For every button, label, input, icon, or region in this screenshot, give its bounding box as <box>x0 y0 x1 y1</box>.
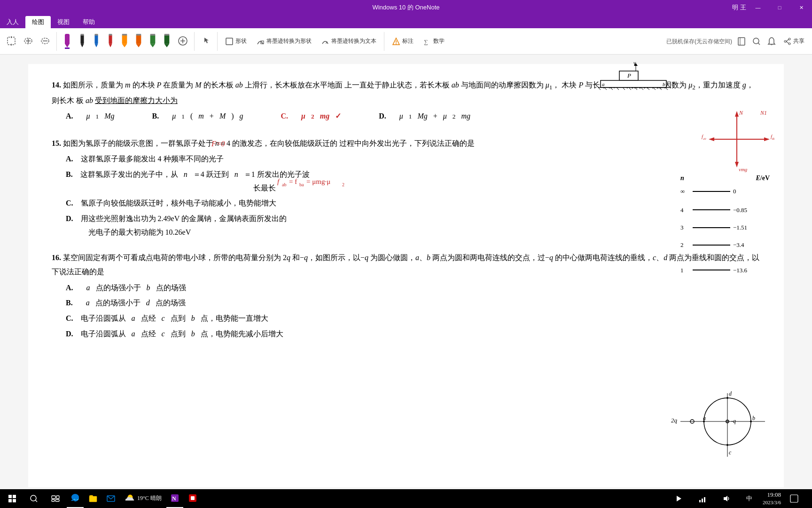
svg-rect-106 <box>8 499 12 502</box>
tab-insert[interactable]: 入人 <box>0 16 25 28</box>
level-1-line <box>693 270 730 270</box>
lasso-add-button[interactable] <box>21 30 36 53</box>
svg-text:c: c <box>729 449 732 456</box>
close-button[interactable]: ✕ <box>790 0 812 15</box>
svg-text:P: P <box>627 72 631 79</box>
convert-ink-shape-button[interactable]: 将墨迹转换为形状 <box>252 35 315 48</box>
svg-rect-122 <box>699 500 701 502</box>
svg-rect-20 <box>136 34 141 44</box>
svg-text:b: b <box>663 81 665 87</box>
pen-black[interactable] <box>76 33 89 50</box>
svg-text:-q: -q <box>731 418 736 424</box>
speaker-icon[interactable] <box>716 489 736 508</box>
level-1-e: −13.6 <box>733 265 747 276</box>
separator-3 <box>217 32 218 51</box>
svg-marker-121 <box>677 496 681 501</box>
pen-purple[interactable] <box>61 33 74 50</box>
svg-text:d: d <box>729 390 732 397</box>
svg-text:A: A <box>326 40 328 45</box>
user-name: 明 王 <box>732 3 746 12</box>
svg-marker-77 <box>735 111 739 117</box>
math-button[interactable]: ∑ 数学 <box>419 35 448 48</box>
svg-rect-13 <box>94 34 98 36</box>
question-16: 16. 某空间固定有两个可看成点电荷的带电小球，所带的电荷量分别为 2q 和−q… <box>52 251 760 341</box>
maximize-button[interactable]: □ <box>769 0 790 15</box>
svg-text:a: a <box>602 81 605 87</box>
separator-1 <box>56 32 57 51</box>
level-inf-e: 0 <box>733 186 736 197</box>
taskbar-edge[interactable] <box>67 489 84 508</box>
start-button[interactable] <box>2 489 23 508</box>
svg-line-109 <box>36 500 38 502</box>
select-tool-button[interactable] <box>4 30 19 53</box>
notebook-icon[interactable] <box>735 35 748 48</box>
tab-view[interactable]: 视图 <box>51 16 76 28</box>
taskbar-weather[interactable]: 19°C 晴朗 <box>120 489 165 508</box>
level-3-line <box>693 227 730 228</box>
svg-point-37 <box>396 43 397 44</box>
convert-ink-text-button[interactable]: A 将墨迹转换为文本 <box>317 35 380 48</box>
clock[interactable]: 19:08 2023/3/6 <box>763 491 781 507</box>
shape-button[interactable]: 形状 <box>221 35 250 48</box>
highlighter-orange[interactable] <box>118 33 131 50</box>
marker-dark-green[interactable] <box>160 33 173 50</box>
svg-rect-17 <box>122 34 127 44</box>
tab-draw[interactable]: 绘图 <box>25 16 51 28</box>
q15-option-c: C. 氢原子向较低能级跃迁时，核外电子动能减小，电势能增大 <box>66 197 760 210</box>
svg-marker-12 <box>94 44 98 47</box>
level-3-e: −1.51 <box>733 222 747 233</box>
svg-rect-114 <box>89 496 97 502</box>
share-button[interactable]: 共享 <box>780 35 808 47</box>
svg-marker-83 <box>764 137 770 141</box>
svg-point-41 <box>753 38 759 44</box>
network-icon[interactable] <box>692 489 713 508</box>
taskview-button[interactable] <box>45 489 66 508</box>
pen-blue[interactable] <box>90 33 103 50</box>
svg-marker-125 <box>724 496 727 501</box>
lasso-remove-button[interactable] <box>38 30 53 53</box>
ribbon-toolbar: 形状 将墨迹转换为形状 A 将墨迹转换为文本 标注 ∑ 数学 已脱机保存(无云存… <box>0 28 812 55</box>
taskbar-mail[interactable] <box>102 489 119 508</box>
saved-status: 已脱机保存(无云存储空间) <box>666 37 732 45</box>
q15-option-b: B. 这群氢原子发出的光子中，从 n＝4 跃迁到 n＝1 所发出的光子波 长最长 <box>66 168 760 195</box>
svg-rect-39 <box>738 38 745 45</box>
q14-option-a: A. μ1Mg <box>66 110 115 123</box>
ime-indicator[interactable]: 中 <box>739 489 760 508</box>
q16-option-b: B. a 点的场强小于 d 点的场强 <box>66 296 760 310</box>
taskbar-onenote[interactable]: N <box>166 489 183 508</box>
markup-button[interactable]: 标注 <box>388 35 417 48</box>
taskbar-record[interactable] <box>184 489 201 508</box>
marker-green[interactable] <box>146 33 159 50</box>
taskbar-search-button[interactable] <box>23 489 44 508</box>
touch-select-button[interactable] <box>198 30 213 53</box>
tray-chevron[interactable] <box>669 489 689 508</box>
svg-marker-86 <box>735 162 739 167</box>
svg-rect-123 <box>702 499 703 502</box>
level-inf-n: ∞ <box>680 186 690 197</box>
tab-help[interactable]: 帮助 <box>76 16 102 28</box>
pen-red[interactable] <box>104 33 117 50</box>
taskbar-left: 19°C 晴朗 N <box>0 489 201 508</box>
svg-rect-112 <box>52 500 55 501</box>
taskbar-explorer[interactable] <box>85 489 102 508</box>
clock-date: 2023/3/6 <box>763 499 781 506</box>
highlighter-dark-orange[interactable] <box>132 33 145 50</box>
svg-rect-19 <box>122 34 127 36</box>
svg-rect-10 <box>80 34 84 36</box>
svg-rect-104 <box>8 495 12 498</box>
bell-icon[interactable] <box>765 35 778 48</box>
svg-point-103 <box>726 444 728 446</box>
svg-point-102 <box>726 397 728 399</box>
q16-option-d: D. 电子沿圆弧从 a 点经 c 点到 b 点，电势能先减小后增大 <box>66 327 760 341</box>
svg-rect-113 <box>55 500 59 501</box>
search-icon[interactable] <box>750 35 763 48</box>
svg-text:N1: N1 <box>760 110 767 116</box>
q16-options: A. a 点的场强小于 b 点的场强 B. a 点的场强小于 d 点的场强 C.… <box>66 281 760 341</box>
svg-rect-14 <box>109 34 112 44</box>
notification-button[interactable] <box>784 489 804 508</box>
separator-2 <box>194 32 195 51</box>
svg-rect-53 <box>601 80 666 87</box>
add-pen-button[interactable] <box>175 30 190 53</box>
minimize-button[interactable]: — <box>747 0 769 15</box>
q15-option-a: A. 这群氢原子最多能发出 4 种频率不同的光子 <box>66 152 760 166</box>
